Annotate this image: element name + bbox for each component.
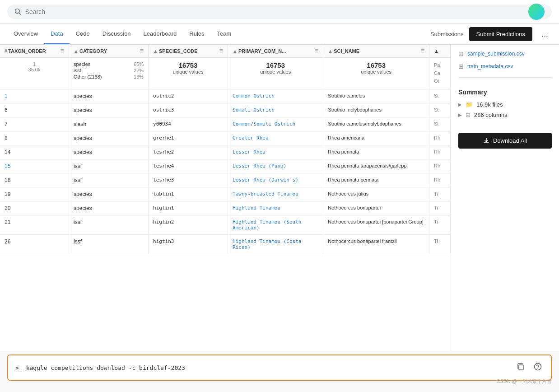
summary-extra: PaCaOt [429, 58, 451, 89]
cell-taxon-order: 8 [0, 131, 69, 145]
submit-predictions-button[interactable]: Submit Predictions [469, 27, 532, 41]
sidebar-file-1[interactable]: ⊞ sample_submission.csv [458, 50, 552, 57]
cell-species-code: y00934 [149, 117, 228, 131]
cell-category: species [69, 103, 149, 117]
sidebar-file-1-label: sample_submission.csv [467, 51, 525, 57]
cell-extra: St [429, 117, 451, 131]
cell-species-code: higtin3 [149, 234, 228, 254]
more-options-button[interactable]: ... [538, 28, 552, 41]
svg-rect-2 [519, 365, 523, 370]
cell-species-code: grerhe1 [149, 131, 228, 145]
cell-primary-com-n: Somali Ostrich [228, 103, 323, 117]
summary-item-files[interactable]: ▶ 📁 16.9k files [458, 101, 552, 108]
table-row: 8speciesgrerhe1Greater RheaRhea american… [0, 131, 451, 145]
svg-point-4 [537, 369, 538, 369]
cell-taxon-order: 18 [0, 173, 69, 187]
search-bar [7, 5, 552, 19]
cell-sci-name: Struthio camelus/molybdophanes [323, 117, 429, 131]
cell-taxon-order: 7 [0, 117, 69, 131]
cell-category: species [69, 89, 149, 103]
cell-category: species [69, 201, 149, 215]
cell-sci-name: Rhea pennata pennata [323, 173, 429, 187]
table-section: #TAXON_ORDER ☰ ▲CATEGORY ☰ [0, 45, 451, 351]
nav-right: Submissions Submit Predictions ... [430, 27, 552, 41]
cell-taxon-order: 19 [0, 187, 69, 201]
cell-species-code: lesrhe4 [149, 159, 228, 173]
summary-section: Summary ▶ 📁 16.9k files ▶ ⊞ 286 columns [458, 89, 552, 122]
cell-primary-com-n: Common Ostrich [228, 89, 323, 103]
table-row: 7slashy00934Common/Somali OstrichStruthi… [0, 117, 451, 131]
cell-primary-com-n: Lesser Rhea (Puna) [228, 159, 323, 173]
terminal-prompt: >_ [15, 364, 23, 371]
search-input[interactable] [25, 8, 545, 15]
table-row: 15issflesrhe4Lesser Rhea (Puna)Rhea penn… [0, 159, 451, 173]
cell-primary-com-n: Lesser Rhea [228, 145, 323, 159]
cell-taxon-order: 6 [0, 103, 69, 117]
cell-category: slash [69, 117, 149, 131]
col-header-sci-name[interactable]: ▲SCI_NAME ☰ [323, 45, 429, 58]
tab-leaderboard[interactable]: Leaderboard [137, 24, 183, 44]
taxon-link[interactable]: 1 [5, 93, 8, 99]
search-icon [14, 8, 22, 15]
cell-sci-name: Nothocercus julius [323, 187, 429, 201]
taxon-link[interactable]: 15 [5, 163, 10, 169]
cell-extra: Rh [429, 159, 451, 173]
cell-species-code: ostric2 [149, 89, 228, 103]
cell-primary-com-n: Tawny-breasted Tinamou [228, 187, 323, 201]
tab-discussion[interactable]: Discussion [96, 24, 137, 44]
terminal-bar: >_ kaggle competitions download -c birdc… [7, 355, 552, 381]
table-row: 19speciestabtin1Tawny-breasted TinamouNo… [0, 187, 451, 201]
terminal-left: >_ kaggle competitions download -c birdc… [15, 364, 185, 371]
nav-tabs: Overview Data Code Discussion Leaderboar… [7, 24, 430, 44]
cell-sci-name: Nothocercus bonapartei frantzii [323, 234, 429, 254]
col-header-category[interactable]: ▲CATEGORY ☰ [69, 45, 149, 58]
cell-category: species [69, 187, 149, 201]
svg-line-1 [19, 13, 20, 14]
summary-primary-com-n: 16753 unique values [228, 58, 323, 89]
tab-team[interactable]: Team [211, 24, 238, 44]
copy-button[interactable] [515, 362, 526, 373]
search-bar-container [0, 0, 559, 24]
summary-item-columns[interactable]: ▶ ⊞ 286 columns [458, 112, 552, 118]
profile-avatar[interactable] [528, 4, 545, 20]
table-row: 26issfhigtin3Highland Tinamou (Costa Ric… [0, 234, 451, 254]
table-icon: ⊞ [466, 112, 470, 118]
col-header-primary-com-n[interactable]: ▲PRIMARY_COM_N... ☰ [228, 45, 323, 58]
cell-sci-name: Nothocercus bonapartei [323, 201, 429, 215]
tab-overview[interactable]: Overview [7, 24, 44, 44]
summary-title: Summary [458, 89, 552, 96]
download-all-button[interactable]: Download All [458, 133, 552, 149]
sidebar: ⊞ sample_submission.csv ⊞ train_metadata… [451, 45, 559, 351]
help-button[interactable] [532, 362, 544, 373]
cell-species-code: higtin1 [149, 201, 228, 215]
tab-rules[interactable]: Rules [183, 24, 210, 44]
cell-primary-com-n: Highland Tinamou [228, 201, 323, 215]
cell-extra: St [429, 103, 451, 117]
submissions-link[interactable]: Submissions [430, 31, 464, 37]
sidebar-file-2[interactable]: ⊞ train_metadata.csv [458, 63, 552, 70]
chevron-right-icon-2: ▶ [458, 112, 462, 117]
table-wrapper[interactable]: #TAXON_ORDER ☰ ▲CATEGORY ☰ [0, 45, 451, 351]
cell-category: issf [69, 159, 149, 173]
copy-icon [517, 363, 525, 371]
tab-code[interactable]: Code [70, 24, 96, 44]
file-icon-1: ⊞ [458, 50, 464, 57]
help-icon [534, 363, 542, 371]
col-header-taxon-order[interactable]: #TAXON_ORDER ☰ [0, 45, 69, 58]
data-table: #TAXON_ORDER ☰ ▲CATEGORY ☰ [0, 45, 451, 254]
cell-taxon-order: 15 [0, 159, 69, 173]
summary-sci-name: 16753 unique values [323, 58, 429, 89]
col-header-extra[interactable]: ▲ [429, 45, 451, 58]
nav-bar: Overview Data Code Discussion Leaderboar… [0, 24, 559, 45]
cell-primary-com-n: Greater Rhea [228, 131, 323, 145]
col-header-species-code[interactable]: ▲SPECIES_CODE ☰ [149, 45, 228, 58]
cell-sci-name: Rhea americana [323, 131, 429, 145]
cell-extra: Rh [429, 145, 451, 159]
download-all-label: Download All [493, 137, 527, 144]
cell-extra: Ti [429, 234, 451, 254]
cell-extra: Rh [429, 173, 451, 187]
tab-data[interactable]: Data [44, 24, 69, 44]
cell-category: species [69, 145, 149, 159]
cell-extra: Ti [429, 201, 451, 215]
summary-taxon-order: 1 35.0k [0, 58, 69, 89]
